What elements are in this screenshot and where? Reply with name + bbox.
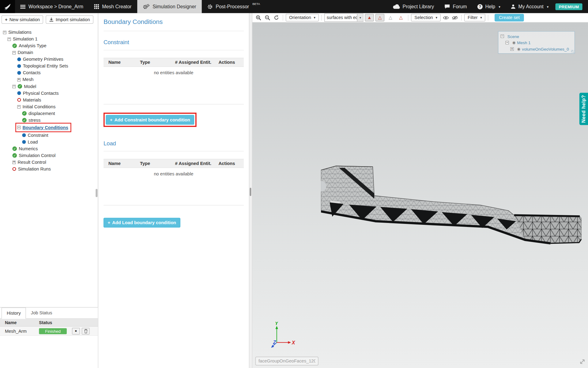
tree-item[interactable]: Numerics <box>10 145 40 152</box>
my-account-menu[interactable]: My Account ▾ <box>506 0 554 13</box>
fullscreen-button[interactable] <box>579 358 586 366</box>
resizer-grip[interactable] <box>250 188 251 196</box>
tree-item[interactable]: Simulation Runs <box>10 166 53 172</box>
tree-item[interactable]: Contacts <box>15 70 43 76</box>
tree-item[interactable]: Load <box>20 139 40 145</box>
stop-job-button[interactable]: ■ <box>72 328 80 334</box>
application-window: Workspace > Drone_Arm Mesh Creator Simul… <box>0 0 588 368</box>
tree-item[interactable]: Constraint <box>20 132 50 139</box>
tab-job-status[interactable]: Job Status <box>26 308 57 319</box>
add-constraint-label: Add Constraint boundary condition <box>114 117 190 122</box>
scene-tree: Scene ◉ Mesh 1 ◉ volumeOnGeoVolumes_0 <box>498 31 575 54</box>
help-label: Help <box>485 4 495 9</box>
refresh-view-button[interactable] <box>273 14 280 21</box>
new-simulation-button[interactable]: New simulation <box>2 15 43 24</box>
add-load-button[interactable]: Add Load boundary condition <box>104 218 180 228</box>
add-load-label: Add Load boundary condition <box>112 220 176 225</box>
viewport-canvas[interactable]: Scene ◉ Mesh 1 ◉ volumeOnGeoVolumes_0 Ne… <box>252 22 588 368</box>
tab-mesh-creator[interactable]: Mesh Creator <box>89 0 137 13</box>
collapse-icon[interactable] <box>501 35 504 38</box>
tab-label: Post-Processor <box>216 4 249 9</box>
load-table: Name Type # Assigned Entit. Actions no e… <box>104 159 244 205</box>
sidebar-scrollbar[interactable] <box>96 30 97 304</box>
scrollbar-thumb[interactable] <box>96 189 97 197</box>
col-type: Type <box>140 60 175 65</box>
history-row[interactable]: Mesh_Arm Finished ■ <box>0 327 98 335</box>
expand-icon[interactable] <box>511 47 514 51</box>
scene-tree-root[interactable]: Scene <box>501 33 572 40</box>
zoom-in-button[interactable] <box>254 14 262 21</box>
visibility-on-icon <box>443 16 449 20</box>
import-simulation-button[interactable]: Import simulation <box>46 15 93 24</box>
tree-item[interactable]: Model <box>10 83 38 90</box>
tree-item[interactable]: Domain <box>10 49 35 56</box>
tree-item[interactable]: Simulations <box>1 29 33 36</box>
tree-item[interactable]: Simulation 1 <box>6 36 39 42</box>
tab-simulation-designer[interactable]: Simulation Designer <box>137 0 202 13</box>
tree-item-label: Boundary Conditions <box>22 125 68 130</box>
selection-dropdown[interactable]: Selection ▾ <box>411 14 441 21</box>
premium-badge[interactable]: PREMIUM <box>555 3 582 10</box>
mesh-display-toggle-solid[interactable]: ▲ <box>365 14 374 21</box>
logo-icon <box>3 2 12 11</box>
need-help-tab[interactable]: Need help? <box>579 93 588 125</box>
select-caret-icon: ▼ <box>357 14 363 21</box>
gears-icon <box>143 4 149 9</box>
help-menu[interactable]: Help ▾ <box>472 0 506 13</box>
tree-item-icon <box>22 118 27 122</box>
scene-tree-mesh[interactable]: ◉ Mesh 1 <box>506 40 572 46</box>
workspace-icon <box>20 4 25 9</box>
mesh-display-toggle-hidden[interactable]: △ <box>386 14 395 21</box>
forum-link[interactable]: Forum <box>439 0 472 13</box>
tree-item[interactable]: displacement <box>20 110 57 117</box>
mesh-display-toggle-outline[interactable]: △ <box>397 14 405 21</box>
tree-item[interactable]: Topological Entity Sets <box>15 63 70 69</box>
tree-item[interactable]: Simulation Control <box>10 152 57 159</box>
simscale-logo[interactable] <box>0 0 15 13</box>
status-badge: Finished <box>39 328 67 334</box>
collapse-icon[interactable] <box>506 41 509 44</box>
tree-item[interactable]: Result Control <box>10 159 48 166</box>
mesh-display-toggle-wire[interactable]: △ <box>375 14 384 21</box>
caret-down-icon: ▾ <box>499 5 500 8</box>
scene-tree-volume[interactable]: ◉ volumeOnGeoVolumes_0 <box>511 46 572 52</box>
show-all-button[interactable] <box>442 14 450 21</box>
axis-y-label: Y <box>275 322 279 326</box>
axis-x-label: X <box>292 340 296 345</box>
orientation-dropdown[interactable]: Orientation ▾ <box>286 14 319 21</box>
workspace-breadcrumb[interactable]: Workspace > Drone_Arm <box>15 0 89 13</box>
create-set-button[interactable]: Create set <box>495 14 524 21</box>
tree-item-label: Numerics <box>19 146 38 151</box>
tree-item[interactable]: Boundary Conditions <box>15 123 71 132</box>
project-library-link[interactable]: Project Library <box>387 0 439 13</box>
panel-resizer[interactable] <box>249 13 252 368</box>
render-mode-select[interactable]: surfaces with ed ▼ <box>324 13 363 22</box>
add-constraint-button[interactable]: Add Constraint boundary condition <box>106 115 194 125</box>
filter-dropdown[interactable]: Filter ▾ <box>464 14 485 21</box>
tree-item[interactable]: Analysis Type <box>10 42 48 49</box>
col-status: Status <box>39 320 52 325</box>
tree-item[interactable]: Geometry Primitives <box>15 56 65 63</box>
visibility-node-icon[interactable]: ◉ <box>512 40 516 44</box>
constraint-table: Name Type # Assigned Entit. Actions no e… <box>104 58 244 105</box>
hide-selection-button[interactable] <box>451 14 458 21</box>
tree-item[interactable]: Materials <box>15 97 43 103</box>
mesh-3d-model[interactable] <box>321 165 583 246</box>
tab-post-processor[interactable]: Post-Processor BETA <box>202 0 266 13</box>
constraint-heading: Constraint <box>104 39 244 50</box>
tree-item[interactable]: Initial Conditions <box>15 103 57 110</box>
zoom-out-button[interactable] <box>264 14 271 21</box>
delete-job-button[interactable] <box>82 328 90 334</box>
axis-z-label: Z <box>273 340 276 345</box>
tab-label: Mesh Creator <box>102 4 131 9</box>
tree-item-icon <box>12 153 17 158</box>
face-group-input[interactable] <box>255 357 318 365</box>
selection-label: Selection <box>414 15 433 20</box>
tree-item-label: Mesh <box>22 77 33 82</box>
visibility-node-icon[interactable]: ◉ <box>517 47 521 51</box>
tree-item[interactable]: Mesh <box>15 76 35 83</box>
tree-item[interactable]: Physical Contacts <box>15 90 60 97</box>
import-simulation-label: Import simulation <box>56 17 90 22</box>
tab-history[interactable]: History <box>2 308 26 319</box>
col-name: Name <box>104 161 140 166</box>
